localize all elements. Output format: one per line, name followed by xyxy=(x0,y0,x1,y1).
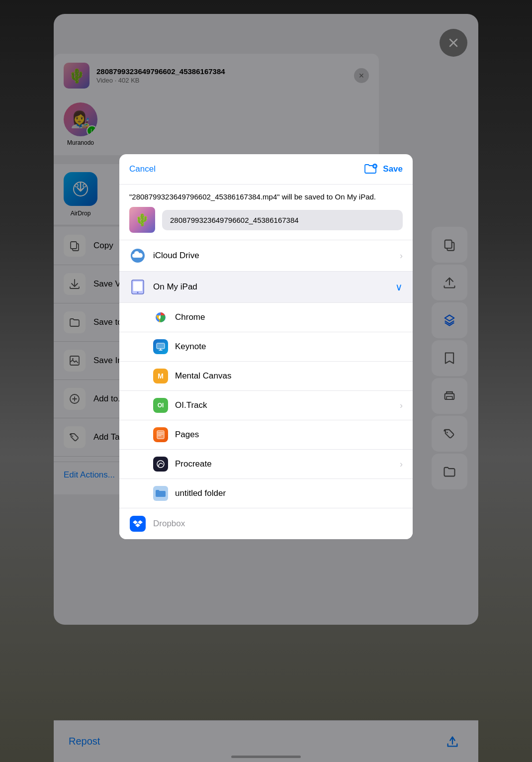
location-mental-canvas[interactable]: M Mental Canvas xyxy=(119,362,413,391)
chrome-label: Chrome xyxy=(175,312,403,322)
svg-rect-19 xyxy=(133,282,142,291)
new-folder-icon[interactable] xyxy=(364,162,378,176)
location-on-my-ipad[interactable]: On My iPad ∨ xyxy=(119,272,413,303)
dialog-save-button[interactable]: Save xyxy=(383,164,403,174)
mental-canvas-label: Mental Canvas xyxy=(175,371,403,381)
svg-rect-23 xyxy=(157,343,165,349)
icloud-icon xyxy=(129,247,146,264)
location-procreate[interactable]: Procreate › xyxy=(119,450,413,479)
ipad-icon xyxy=(129,279,146,295)
location-untitled-folder[interactable]: untitled folder xyxy=(119,479,413,508)
oi-track-icon: OI xyxy=(153,398,168,413)
oi-track-chevron-icon: › xyxy=(400,400,403,411)
svg-point-25 xyxy=(157,461,164,468)
dialog-filename-input[interactable] xyxy=(162,210,403,230)
keynote-label: Keynote xyxy=(175,342,403,352)
procreate-label: Procreate xyxy=(175,459,400,469)
untitled-folder-icon xyxy=(153,486,168,501)
oi-track-label: OI.Track xyxy=(175,400,400,410)
svg-point-20 xyxy=(137,292,139,293)
pages-label: Pages xyxy=(175,430,403,440)
pages-icon xyxy=(153,427,168,442)
on-my-ipad-check-icon: ∨ xyxy=(395,281,403,293)
procreate-icon xyxy=(153,457,168,472)
dropbox-label: Dropbox xyxy=(153,519,403,529)
dialog-save-area: Save xyxy=(364,162,403,176)
on-my-ipad-label: On My iPad xyxy=(153,282,395,292)
location-oi-track[interactable]: OI OI.Track › xyxy=(119,391,413,420)
modal-overlay: Cancel Save "2808799323649796602_4538616… xyxy=(0,0,532,762)
icloud-chevron-icon: › xyxy=(400,251,403,261)
chrome-icon xyxy=(153,310,168,325)
svg-rect-24 xyxy=(157,431,164,439)
dialog-filename-row: 🌵 xyxy=(119,207,413,240)
location-icloud-drive[interactable]: iCloud Drive › xyxy=(119,240,413,272)
mental-canvas-icon: M xyxy=(153,369,168,383)
location-chrome[interactable]: Chrome xyxy=(119,303,413,332)
dialog-thumbnail: 🌵 xyxy=(129,207,155,233)
dialog-message: "2808799323649796602_45386167384.mp4" wi… xyxy=(119,185,413,207)
files-dialog: Cancel Save "2808799323649796602_4538616… xyxy=(119,154,413,539)
location-dropbox[interactable]: Dropbox xyxy=(119,508,413,539)
dialog-cancel-button[interactable]: Cancel xyxy=(129,164,156,174)
untitled-folder-label: untitled folder xyxy=(175,488,403,498)
location-list: iCloud Drive › On My iPad ∨ xyxy=(119,240,413,539)
keynote-icon xyxy=(153,339,168,354)
location-keynote[interactable]: Keynote xyxy=(119,332,413,362)
dropbox-icon xyxy=(129,515,146,532)
icloud-label: iCloud Drive xyxy=(153,251,400,261)
location-pages[interactable]: Pages xyxy=(119,420,413,450)
dialog-header: Cancel Save xyxy=(119,154,413,185)
procreate-chevron-icon: › xyxy=(400,459,403,470)
